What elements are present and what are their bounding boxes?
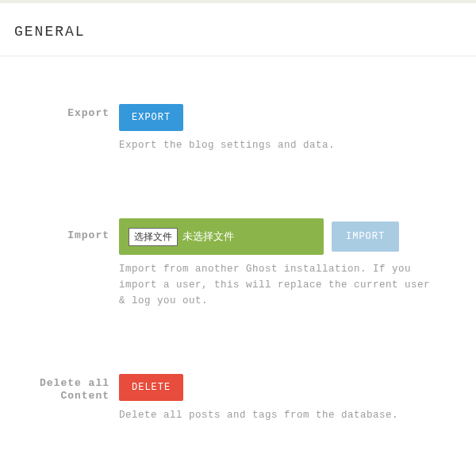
export-field: EXPORT Export the blog settings and data… [119, 104, 465, 153]
import-button[interactable]: IMPORT [332, 222, 399, 252]
export-description: Export the blog settings and data. [119, 137, 436, 153]
export-button[interactable]: EXPORT [119, 104, 183, 131]
import-controls: 选择文件 未选择文件 IMPORT [119, 218, 465, 255]
import-label: Import [11, 218, 119, 309]
settings-content: Export EXPORT Export the blog settings a… [0, 56, 476, 423]
import-file-input[interactable]: 选择文件 未选择文件 [119, 218, 324, 255]
delete-row: Delete all Content DELETE Delete all pos… [0, 374, 476, 423]
file-status-text: 未选择文件 [182, 229, 234, 244]
import-description: Import from another Ghost installation. … [119, 261, 436, 309]
delete-label: Delete all Content [11, 374, 119, 423]
import-row: Import 选择文件 未选择文件 IMPORT Import from ano… [0, 218, 476, 309]
export-row: Export EXPORT Export the blog settings a… [0, 104, 476, 153]
choose-file-button[interactable]: 选择文件 [129, 228, 178, 246]
delete-field: DELETE Delete all posts and tags from th… [119, 374, 465, 423]
import-field: 选择文件 未选择文件 IMPORT Import from another Gh… [119, 218, 465, 309]
delete-description: Delete all posts and tags from the datab… [119, 407, 436, 423]
export-label: Export [11, 104, 119, 153]
delete-button[interactable]: DELETE [119, 374, 183, 401]
page-title: GENERAL [0, 3, 476, 56]
